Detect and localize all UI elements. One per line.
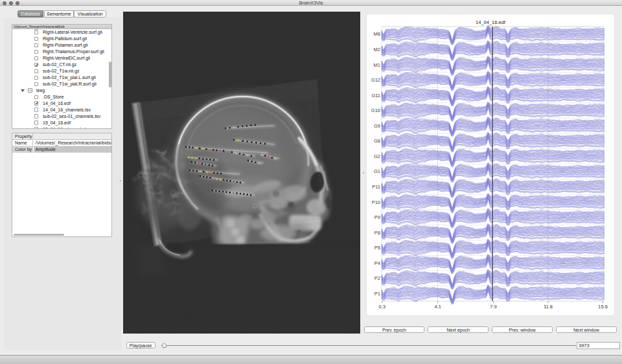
svg-text:11.8: 11.8 bbox=[544, 304, 553, 310]
svg-text:14_04_16.edf: 14_04_16.edf bbox=[476, 19, 506, 25]
svg-text:P8: P8 bbox=[374, 230, 380, 236]
svg-text:4.1: 4.1 bbox=[434, 304, 441, 310]
svg-text:G11: G11 bbox=[371, 93, 380, 98]
svg-text:7.9: 7.9 bbox=[490, 304, 496, 310]
svg-text:P11: P11 bbox=[372, 184, 380, 190]
svg-text:15.6: 15.6 bbox=[598, 304, 608, 310]
svg-text:G10: G10 bbox=[371, 108, 380, 113]
svg-text:G9: G9 bbox=[374, 123, 380, 129]
svg-text:G1: G1 bbox=[374, 168, 380, 174]
svg-text:P1: P1 bbox=[374, 291, 380, 297]
svg-text:M2: M2 bbox=[374, 47, 380, 52]
svg-text:G12: G12 bbox=[371, 77, 380, 83]
svg-text:0.3: 0.3 bbox=[379, 304, 386, 310]
svg-text:M1: M1 bbox=[374, 62, 380, 68]
svg-text:G2: G2 bbox=[374, 154, 380, 159]
svg-text:P9: P9 bbox=[374, 214, 380, 220]
svg-text:P5: P5 bbox=[374, 245, 380, 251]
svg-text:M8: M8 bbox=[374, 31, 380, 37]
svg-text:G8: G8 bbox=[374, 138, 380, 144]
svg-text:P4: P4 bbox=[374, 260, 380, 266]
svg-text:P10: P10 bbox=[372, 199, 380, 205]
svg-text:P2: P2 bbox=[374, 275, 380, 281]
